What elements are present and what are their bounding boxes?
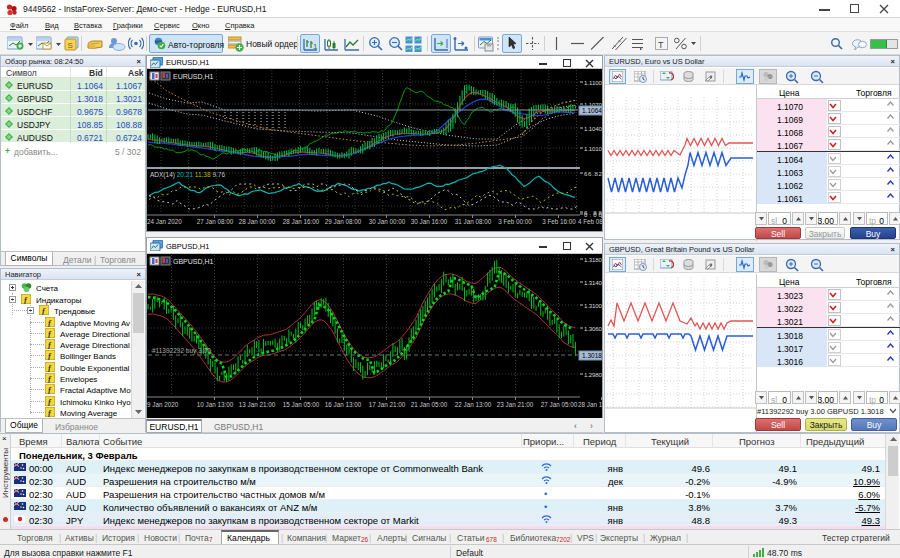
svg-text:24 Jan 2020: 24 Jan 2020 — [147, 218, 182, 225]
svg-text:4 Feb 08:00: 4 Feb 08:00 — [578, 218, 602, 225]
svg-text:22 Jan 13:00: 22 Jan 13:00 — [455, 401, 492, 408]
svg-text:28 Jan 13:00: 28 Jan 13:00 — [578, 401, 602, 408]
svg-text:28 Jan 00:00: 28 Jan 00:00 — [239, 218, 276, 225]
svg-text:#11392292 buy 3.00: #11392292 buy 3.00 — [152, 347, 211, 355]
svg-text:23 Jan 21:00: 23 Jan 21:00 — [497, 401, 534, 408]
svg-text:ADX(14) 20.21 11.38 9.76: ADX(14) 20.21 11.38 9.76 — [150, 171, 225, 179]
svg-text:21 Jan 05:00: 21 Jan 05:00 — [411, 401, 448, 408]
svg-text:10 Jan 13:00: 10 Jan 13:00 — [197, 401, 234, 408]
svg-text:1.1040: 1.1040 — [584, 125, 602, 132]
svg-text:15 Jan 05:00: 15 Jan 05:00 — [283, 401, 320, 408]
svg-text:66.82: 66.82 — [584, 170, 602, 177]
svg-text:0.00: 0.00 — [584, 211, 602, 218]
svg-text:3 Feb 00:00: 3 Feb 00:00 — [498, 218, 532, 225]
svg-text:29 Jan 08:00: 29 Jan 08:00 — [325, 218, 362, 225]
svg-text:28 Jan 16:00: 28 Jan 16:00 — [283, 218, 320, 225]
svg-text:1.3180: 1.3180 — [584, 256, 602, 263]
svg-text:30 Jan 00:00: 30 Jan 00:00 — [369, 218, 406, 225]
svg-text:1.3100: 1.3100 — [584, 302, 602, 309]
svg-text:13 Jan 21:00: 13 Jan 21:00 — [239, 401, 276, 408]
svg-text:S: S — [68, 41, 73, 50]
svg-text:1.3140: 1.3140 — [584, 279, 602, 286]
svg-text:GBPUSD,H1: GBPUSD,H1 — [173, 258, 214, 265]
svg-text:1.3018: 1.3018 — [582, 352, 602, 359]
svg-text:16 Jan 13:00: 16 Jan 13:00 — [325, 401, 362, 408]
svg-text:1.3060: 1.3060 — [584, 325, 602, 332]
svg-text:27 Jan 05:00: 27 Jan 05:00 — [541, 401, 578, 408]
svg-text:1: 1 — [313, 42, 318, 51]
svg-text:1.1100: 1.1100 — [584, 79, 602, 86]
svg-text:3 Feb 16:00: 3 Feb 16:00 — [542, 218, 576, 225]
svg-text:30 Jan 16:00: 30 Jan 16:00 — [411, 218, 448, 225]
svg-text:1.1064: 1.1064 — [582, 107, 602, 114]
svg-text:17 Jan 21:00: 17 Jan 21:00 — [369, 401, 406, 408]
svg-text:T: T — [658, 40, 664, 50]
svg-text:9 Jan 2020: 9 Jan 2020 — [147, 401, 179, 408]
svg-text:31 Jan 08:00: 31 Jan 08:00 — [455, 218, 492, 225]
svg-text:27 Jan 08:00: 27 Jan 08:00 — [197, 218, 234, 225]
svg-text:1.2980: 1.2980 — [584, 371, 602, 378]
svg-text:1.1010: 1.1010 — [584, 145, 602, 152]
svg-text:EURUSD,H1: EURUSD,H1 — [173, 73, 214, 80]
